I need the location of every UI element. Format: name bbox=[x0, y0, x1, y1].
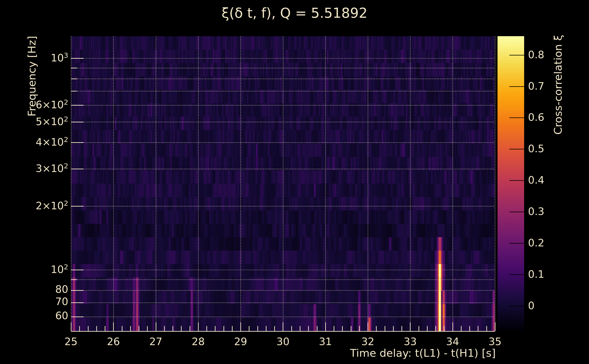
spectrogram-figure: ξ(δ t, f), Q = 5.51892 Time delay: t(L1)… bbox=[0, 0, 589, 364]
x-axis-label: Time delay: t(L1) - t(H1) [s] bbox=[0, 347, 496, 359]
colorbar-tick-label: 0.1 bbox=[528, 268, 544, 280]
colorbar-tick-label: 0.3 bbox=[528, 206, 544, 217]
y-tick-label: 6×102 bbox=[2, 98, 68, 111]
x-tick-label: 27 bbox=[138, 336, 174, 348]
colorbar-tick-label: 0.6 bbox=[528, 111, 544, 123]
y-tick-label: 2×102 bbox=[2, 199, 68, 212]
y-tick-label: 3×102 bbox=[2, 162, 68, 175]
y-tick-label: 4×102 bbox=[2, 136, 68, 148]
y-tick-label: 80 bbox=[2, 283, 68, 295]
x-tick-label: 26 bbox=[95, 336, 131, 348]
colorbar-tick-label: 0.7 bbox=[528, 80, 544, 92]
y-tick-label: 5×102 bbox=[2, 115, 68, 128]
x-tick-label: 29 bbox=[222, 336, 259, 348]
colorbar-tick-label: 0.2 bbox=[528, 237, 544, 249]
y-tick-label: 102 bbox=[2, 263, 68, 275]
x-tick-label: 34 bbox=[434, 336, 471, 348]
colorbar-tick-label: 0.5 bbox=[528, 143, 544, 155]
colorbar-tick-label: 0 bbox=[528, 300, 535, 312]
x-tick-label: 30 bbox=[265, 336, 301, 348]
y-tick-label: 70 bbox=[2, 296, 68, 308]
chart-title: ξ(δ t, f), Q = 5.51892 bbox=[0, 5, 589, 21]
colorbar-tick-label: 0.8 bbox=[528, 49, 544, 61]
heatmap-canvas bbox=[0, 0, 589, 364]
y-tick-label: 60 bbox=[2, 310, 68, 322]
x-tick-label: 35 bbox=[477, 336, 513, 348]
y-tick-label: 103 bbox=[2, 52, 68, 64]
x-tick-label: 31 bbox=[307, 336, 344, 348]
colorbar-label: Cross-correlation ξ bbox=[552, 35, 564, 135]
x-tick-label: 28 bbox=[180, 336, 216, 348]
x-tick-label: 33 bbox=[392, 336, 428, 348]
colorbar-tick-label: 0.4 bbox=[528, 174, 544, 186]
x-tick-label: 32 bbox=[350, 336, 386, 348]
x-tick-label: 25 bbox=[53, 336, 89, 348]
